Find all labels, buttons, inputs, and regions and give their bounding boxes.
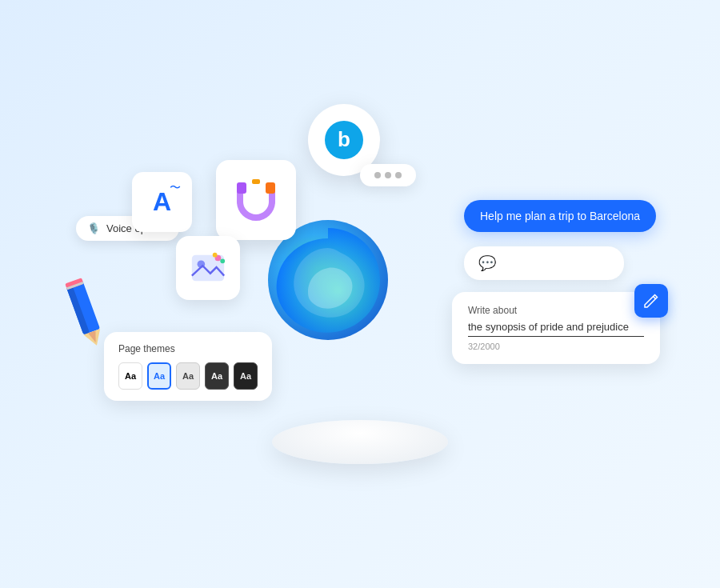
trip-bubble-text: Help me plan a trip to Barcelona <box>480 210 640 222</box>
svg-point-9 <box>220 258 225 263</box>
write-card-count: 32/2000 <box>468 342 644 351</box>
theme-swatch-4[interactable]: Aa <box>234 362 258 390</box>
svg-rect-3 <box>237 182 246 194</box>
theme-swatch-3[interactable]: Aa <box>205 362 229 390</box>
theme-swatch-2[interactable]: Aa <box>176 362 200 390</box>
themes-card: Page themes Aa Aa Aa Aa Aa <box>104 332 272 401</box>
write-card: Write about the synopsis of pride and pr… <box>452 292 660 364</box>
theme-swatch-0[interactable]: Aa <box>118 362 142 390</box>
font-letter: A <box>153 187 171 216</box>
svg-rect-5 <box>252 179 260 184</box>
svg-rect-4 <box>266 182 275 194</box>
svg-point-10 <box>213 253 218 258</box>
typing-dot-2 <box>385 172 391 178</box>
font-card[interactable]: A 〜 <box>132 172 192 232</box>
font-wave-icon: 〜 <box>170 181 181 195</box>
response-bubble: 💬 <box>464 246 624 280</box>
typing-dot-3 <box>395 172 402 178</box>
edit-button[interactable] <box>634 284 668 318</box>
chat-icon: 💬 <box>478 254 496 272</box>
pedestal <box>272 420 448 464</box>
magnet-card[interactable] <box>216 160 296 240</box>
themes-title: Page themes <box>118 343 258 354</box>
theme-swatch-1[interactable]: Aa <box>147 362 171 390</box>
main-scene: b Help me plan a trip to Barcelona 💬 Wri… <box>0 0 720 588</box>
themes-swatches: Aa Aa Aa Aa Aa <box>118 362 258 390</box>
trip-bubble[interactable]: Help me plan a trip to Barcelona <box>464 200 656 232</box>
write-card-label: Write about <box>468 305 644 316</box>
svg-text:b: b <box>338 127 350 151</box>
typing-dot-1 <box>374 172 381 178</box>
image-card[interactable] <box>176 236 240 300</box>
write-card-text: the synopsis of pride and prejudice <box>468 321 644 337</box>
microphone-icon: 🎙️ <box>87 222 100 234</box>
bing-typing-bubble <box>360 164 416 186</box>
